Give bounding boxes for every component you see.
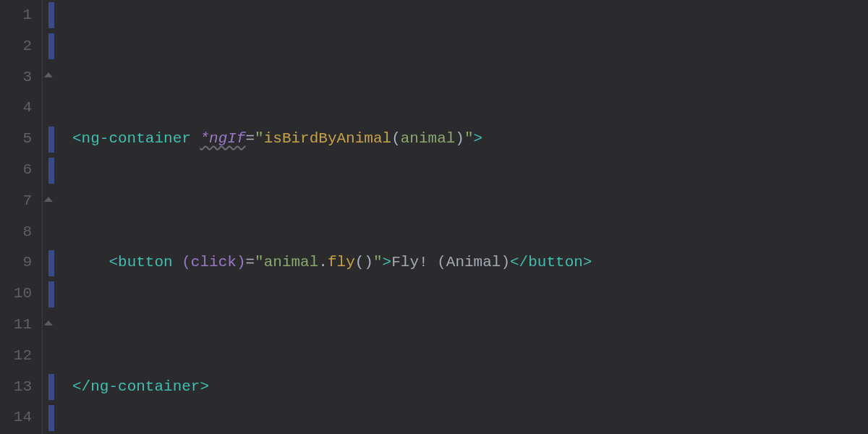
ngif-directive: *ngIf (200, 130, 245, 147)
line-number: 1 (0, 0, 32, 31)
click-binding: (click) (182, 254, 245, 271)
line-number: 5 (0, 124, 32, 155)
line-number: 10 (0, 278, 32, 310)
line-number: 13 (0, 372, 32, 403)
line-number: 7 (0, 186, 32, 217)
code-area[interactable]: <ng-container *ngIf="isBirdByAnimal(anim… (72, 0, 868, 434)
line-number: 2 (0, 31, 32, 62)
change-marker-column (42, 0, 72, 434)
line-number-gutter: 1 2 3 4 5 6 7 8 9 10 11 12 13 14 (0, 0, 42, 434)
line-number: 3 (0, 62, 32, 93)
line-number: 8 (0, 217, 32, 248)
code-line[interactable]: <ng-container *ngIf="isBirdByAnimal(anim… (72, 124, 868, 155)
line-number: 4 (0, 93, 32, 124)
line-number: 11 (0, 310, 32, 341)
line-number: 9 (0, 247, 32, 278)
code-line[interactable]: <button (click)="animal.fly()">Fly! (Ani… (72, 247, 868, 278)
code-editor[interactable]: 1 2 3 4 5 6 7 8 9 10 11 12 13 14 <ng-con… (0, 0, 868, 434)
code-line[interactable]: </ng-container> (72, 372, 868, 403)
line-number: 14 (0, 402, 32, 433)
line-number: 6 (0, 155, 32, 186)
line-number: 12 (0, 341, 32, 372)
